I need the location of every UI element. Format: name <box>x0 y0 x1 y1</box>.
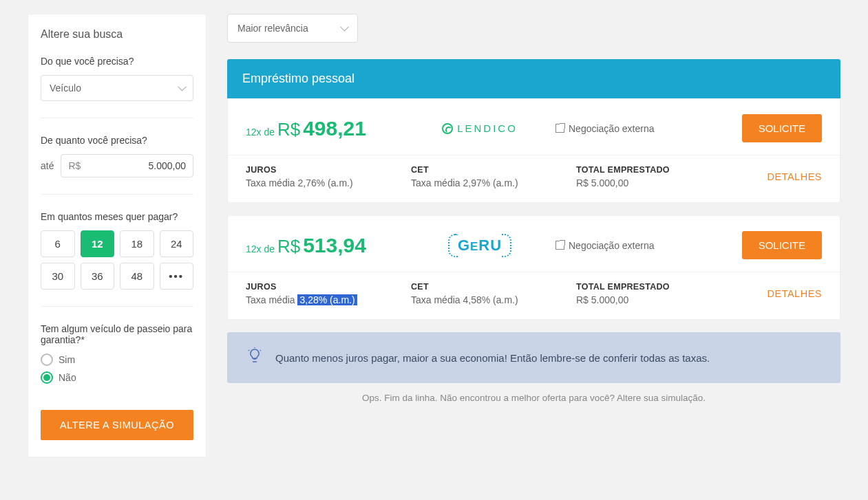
lender-logo-geru: GERU <box>448 234 511 257</box>
external-link-icon <box>555 124 564 133</box>
price-value: 498,21 <box>303 117 366 140</box>
guarantee-no-label: Não <box>59 372 76 383</box>
results-main: Maior relevância Empréstimo pessoal 12x … <box>227 14 840 457</box>
lender-logo-lendico: LENDICO <box>442 122 518 134</box>
neg-label: Negociação externa <box>569 123 655 134</box>
juros-value: Taxa média 3,28% (a.m.) <box>246 294 397 305</box>
amount-prefix: até <box>41 160 54 171</box>
filter-sidebar: Altere sua busca Do que você precisa? Ve… <box>28 14 207 457</box>
juros-highlight: 3,28% (a.m.) <box>297 294 357 305</box>
radio-icon <box>41 371 53 384</box>
lendico-icon <box>442 123 453 134</box>
guarantee-yes-label: Sim <box>59 354 75 365</box>
amount-currency: R$ <box>68 160 81 171</box>
need-select[interactable]: Veículo <box>41 75 193 101</box>
neg-label: Negociação externa <box>569 240 655 251</box>
months-option-6[interactable]: 6 <box>41 230 75 257</box>
detalhes-link[interactable]: DETALHES <box>768 288 822 299</box>
amount-value: 5.000,00 <box>149 160 187 171</box>
months-more-button[interactable]: ••• <box>160 263 194 290</box>
total-label: TOTAL EMPRESTADO <box>576 165 728 175</box>
juros-label: JUROS <box>246 165 397 175</box>
cet-label: CET <box>411 282 562 292</box>
months-option-12[interactable]: 12 <box>81 230 115 257</box>
lender-name: LENDICO <box>457 122 518 134</box>
tip-banner: Quanto menos juros pagar, maior a sua ec… <box>227 332 840 383</box>
price-value: 513,94 <box>303 234 366 257</box>
installments-prefix: 12x de <box>246 127 275 138</box>
installments-prefix: 12x de <box>246 243 275 254</box>
lightbulb-icon <box>246 347 263 368</box>
juros-label: JUROS <box>246 282 397 292</box>
cet-value: Taxa média 4,58% (a.m.) <box>411 294 562 305</box>
solicite-button[interactable]: SOLICITE <box>742 114 822 142</box>
solicite-button[interactable]: SOLICITE <box>742 231 822 259</box>
cet-value: Taxa média 2,97% (a.m.) <box>411 177 562 188</box>
guarantee-no-radio[interactable]: Não <box>41 371 193 384</box>
total-value: R$ 5.000,00 <box>576 294 728 305</box>
months-label: Em quantos meses quer pagar? <box>41 211 193 222</box>
total-label: TOTAL EMPRESTADO <box>576 282 728 292</box>
svg-line-1 <box>248 350 249 351</box>
months-option-36[interactable]: 36 <box>81 263 115 290</box>
external-negotiation: Negociação externa <box>555 240 728 251</box>
radio-icon <box>41 354 53 366</box>
sort-select[interactable]: Maior relevância <box>227 14 358 43</box>
months-option-30[interactable]: 30 <box>41 263 75 290</box>
guarantee-yes-radio[interactable]: Sim <box>41 354 193 366</box>
currency: R$ <box>277 236 300 257</box>
offer-card: 12x de R$513,94 GERU Negociação externa … <box>227 215 840 320</box>
months-option-18[interactable]: 18 <box>120 230 154 257</box>
update-simulation-button[interactable]: ALTERE A SIMULAÇÃO <box>41 410 193 440</box>
months-option-48[interactable]: 48 <box>120 263 154 290</box>
detalhes-link[interactable]: DETALHES <box>768 171 822 182</box>
total-value: R$ 5.000,00 <box>576 177 728 188</box>
months-option-24[interactable]: 24 <box>160 230 194 257</box>
juros-prefix: Taxa média <box>246 294 297 305</box>
sidebar-title: Altere sua busca <box>41 28 193 41</box>
svg-line-2 <box>260 350 261 351</box>
need-label: Do que você precisa? <box>41 56 193 67</box>
external-negotiation: Negociação externa <box>555 123 728 134</box>
cet-label: CET <box>411 165 562 175</box>
tip-text: Quanto menos juros pagar, maior a sua ec… <box>275 352 710 364</box>
section-header: Empréstimo pessoal <box>227 59 840 98</box>
offer-card: 12x de R$498,21 LENDICO Negociação exter… <box>227 98 840 203</box>
amount-label: De quanto você precisa? <box>41 135 193 146</box>
end-of-results: Ops. Fim da linha. Não encontrou a melho… <box>227 393 840 403</box>
guarantee-label: Tem algum veículo de passeio para garant… <box>41 323 193 345</box>
amount-input[interactable]: R$ 5.000,00 <box>61 154 193 177</box>
currency: R$ <box>277 119 300 140</box>
external-link-icon <box>555 241 564 250</box>
juros-value: Taxa média 2,76% (a.m.) <box>246 177 397 188</box>
